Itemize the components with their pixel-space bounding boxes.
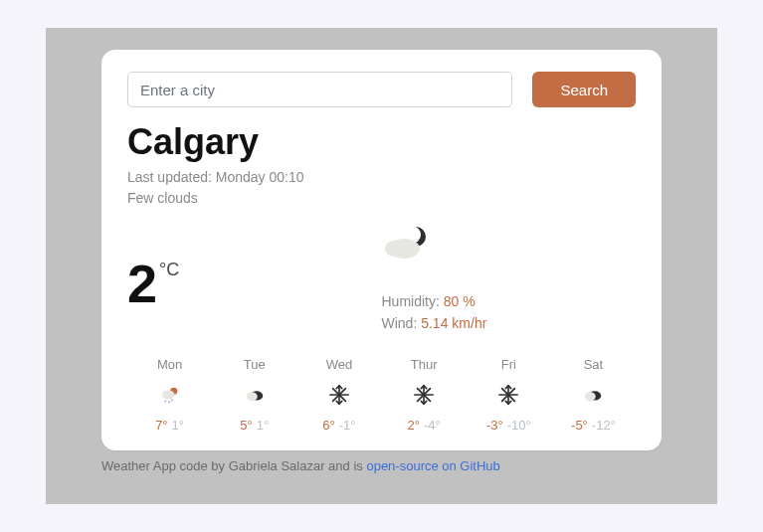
svg-point-36	[585, 392, 596, 401]
github-link[interactable]: open-source on GitHub	[366, 458, 499, 473]
svg-point-7	[168, 401, 170, 403]
svg-point-3	[385, 241, 403, 257]
forecast-temps: -3°-10°	[467, 418, 551, 433]
temperature-unit[interactable]: °C	[159, 260, 179, 280]
forecast-day-label: Mon	[127, 357, 212, 372]
forecast-lo: -1°	[339, 418, 356, 433]
weather-card: Search Calgary Last updated: Monday 00:1…	[101, 50, 662, 450]
forecast-day: Mon7°1°	[127, 357, 212, 433]
svg-point-5	[161, 390, 174, 399]
forecast-day: Thur2°-4°	[382, 357, 467, 433]
forecast-day: Tue5°1°	[212, 357, 296, 433]
cloud-dark-icon	[212, 382, 296, 408]
forecast-temps: 7°1°	[127, 418, 212, 433]
forecast-temps: -5°-12°	[551, 418, 636, 433]
forecast-lo: -12°	[592, 418, 616, 433]
forecast-temps: 2°-4°	[382, 418, 467, 433]
forecast-day: Sat-5°-12°	[551, 357, 636, 433]
forecast-temps: 5°1°	[212, 418, 296, 433]
forecast-row: Mon7°1°Tue5°1°Wed6°-1°Thur2°-4°Fri-3°-10…	[127, 357, 636, 433]
search-button[interactable]: Search	[532, 72, 636, 107]
search-row: Search	[127, 72, 636, 107]
app-frame: Search Calgary Last updated: Monday 00:1…	[46, 28, 717, 504]
humidity-label: Humidity:	[382, 293, 444, 309]
forecast-day: Fri-3°-10°	[467, 357, 551, 433]
snow-sun-icon	[127, 382, 212, 408]
forecast-lo: 1°	[172, 418, 184, 433]
wind-label: Wind:	[382, 315, 422, 331]
forecast-day: Wed6°-1°	[296, 357, 381, 433]
forecast-hi: 7°	[155, 418, 167, 433]
forecast-day-label: Thur	[382, 357, 467, 372]
temperature: 2 °C	[127, 257, 382, 310]
footer-credit: Weather App code by Gabriela Salazar and…	[101, 458, 662, 473]
humidity-value: 80 %	[444, 293, 476, 309]
forecast-hi: 5°	[240, 418, 252, 433]
wind-value: 5.14 km/hr	[421, 315, 486, 331]
footer-text: Weather App code by Gabriela Salazar and…	[101, 458, 366, 473]
snowflake-icon	[382, 382, 467, 408]
forecast-day-label: Tue	[212, 357, 296, 372]
svg-point-8	[170, 399, 172, 401]
last-updated-value: Monday 00:10	[216, 169, 304, 185]
forecast-temps: 6°-1°	[296, 418, 381, 433]
last-updated-label: Last updated:	[127, 169, 216, 185]
forecast-hi: 6°	[322, 418, 334, 433]
forecast-lo: -4°	[424, 418, 441, 433]
cloud-dark-icon	[551, 382, 636, 408]
snowflake-icon	[296, 382, 381, 408]
forecast-lo: -10°	[507, 418, 531, 433]
forecast-hi: 2°	[408, 418, 420, 433]
forecast-day-label: Fri	[467, 357, 551, 372]
svg-point-6	[164, 400, 166, 402]
svg-point-10	[247, 392, 258, 401]
forecast-day-label: Wed	[296, 357, 381, 372]
current-meta: Last updated: Monday 00:10 Few clouds	[127, 167, 636, 209]
current-weather-icon	[382, 217, 637, 272]
forecast-hi: -3°	[486, 418, 503, 433]
temperature-value: 2	[127, 257, 157, 310]
forecast-lo: 1°	[257, 418, 269, 433]
city-search-input[interactable]	[127, 72, 512, 107]
forecast-day-label: Sat	[551, 357, 636, 372]
city-name: Calgary	[127, 121, 636, 163]
forecast-hi: -5°	[571, 418, 588, 433]
snowflake-icon	[467, 382, 551, 408]
condition-text: Few clouds	[127, 188, 636, 209]
